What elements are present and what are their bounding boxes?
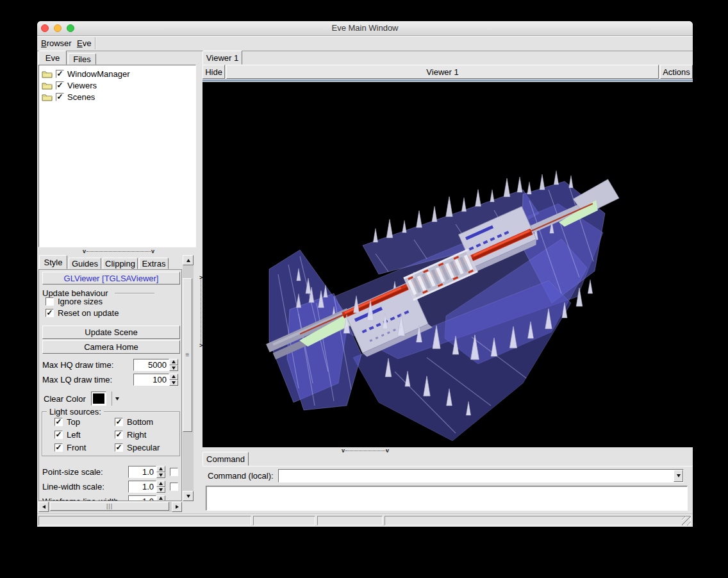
max-hq-label: Max HQ draw time:	[42, 360, 133, 370]
screen: Eve Main Window Browser Eve Eve Files ✓ …	[0, 0, 728, 578]
command-input[interactable]	[279, 470, 674, 482]
line-width-checkbox[interactable]	[170, 483, 178, 491]
combo-dropdown-button[interactable]	[674, 470, 683, 482]
light-left-option[interactable]: ✓ Left	[54, 429, 81, 440]
command-panel: Command (local):	[203, 466, 693, 514]
spinner-down-icon[interactable]	[169, 365, 178, 372]
style-hscrollbar[interactable]: |||	[38, 502, 182, 512]
tab-extras[interactable]: Extras	[139, 258, 169, 269]
scroll-left-icon[interactable]	[38, 502, 49, 512]
clear-color-menu[interactable]	[112, 392, 119, 406]
resize-grip[interactable]	[682, 516, 691, 525]
chevron-down-icon	[677, 474, 681, 477]
viewer-tabbar: Viewer 1	[203, 51, 693, 65]
max-hq-row: Max HQ draw time:	[42, 359, 178, 371]
light-specular-checkbox[interactable]: ✓	[115, 443, 123, 452]
status-segment-4	[385, 516, 691, 525]
tab-style[interactable]: Style	[39, 255, 67, 269]
spinner-up-icon[interactable]	[169, 359, 178, 365]
clear-color-swatch[interactable]	[91, 392, 106, 406]
spinner-down-icon[interactable]	[156, 487, 165, 493]
menu-eve[interactable]: Eve	[74, 38, 94, 49]
tab-viewer1[interactable]: Viewer 1	[203, 51, 242, 65]
tab-command[interactable]: Command	[203, 452, 249, 466]
reset-on-update-checkbox[interactable]: ✓	[46, 309, 54, 317]
spinner-up-icon[interactable]	[156, 481, 165, 487]
light-specular-option[interactable]: ✓ Specular	[115, 442, 160, 453]
point-size-checkbox[interactable]	[170, 468, 178, 476]
light-right-option[interactable]: ✓ Right	[115, 429, 146, 440]
spinner-up-icon[interactable]	[156, 495, 165, 501]
status-segment-2	[253, 516, 315, 525]
light-front-checkbox[interactable]: ✓	[54, 443, 63, 452]
clear-color-label: Clear Color	[44, 394, 86, 404]
camera-home-button[interactable]: Camera Home	[42, 340, 180, 354]
hscroll-thumb[interactable]: |||	[50, 502, 169, 511]
light-bottom-checkbox[interactable]: ✓	[115, 418, 123, 426]
viewer-header: Hide Viewer 1 Actions	[203, 65, 693, 79]
style-vscrollbar[interactable]: ≡	[183, 255, 194, 501]
status-bar	[37, 513, 693, 527]
spinner-up-icon[interactable]	[169, 374, 178, 380]
scroll-right-icon[interactable]	[172, 502, 182, 512]
ignore-sizes-checkbox[interactable]	[46, 297, 54, 306]
light-top-option[interactable]: ✓ Top	[54, 416, 80, 427]
scroll-down-icon[interactable]	[183, 491, 194, 501]
light-top-checkbox[interactable]: ✓	[54, 418, 63, 426]
ignore-sizes-option[interactable]: Ignore sizes	[46, 295, 103, 307]
title-bar[interactable]: Eve Main Window	[37, 21, 693, 36]
max-lq-row: Max LQ draw time:	[42, 374, 178, 386]
spinner-down-icon[interactable]	[156, 472, 165, 479]
command-output[interactable]	[206, 486, 688, 511]
light-left-checkbox[interactable]: ✓	[54, 431, 63, 439]
status-segment-1	[38, 516, 251, 525]
tab-guides[interactable]: Guides	[69, 258, 101, 269]
menu-browser[interactable]: Browser	[38, 38, 74, 49]
light-front-option[interactable]: ✓ Front	[54, 442, 86, 453]
command-tabbar: Command	[203, 452, 693, 466]
line-width-input[interactable]	[128, 481, 156, 493]
style-panel: GLViewer [TGLSAViewer] Update behaviour …	[38, 269, 182, 501]
tab-files[interactable]: Files	[68, 53, 96, 65]
max-hq-input[interactable]	[133, 359, 169, 371]
update-behaviour-rule	[115, 293, 154, 293]
tree-item-scenes[interactable]: ✓ Scenes	[39, 91, 195, 103]
spinner-up-icon[interactable]	[156, 466, 165, 472]
tree-checkbox[interactable]: ✓	[56, 81, 64, 90]
chevron-down-icon	[115, 397, 119, 400]
eve-main-window: Eve Main Window Browser Eve Eve Files ✓ …	[37, 21, 693, 527]
hide-button[interactable]: Hide	[203, 65, 225, 79]
tree-item-windowmanager[interactable]: ✓ WindowManager	[39, 68, 195, 79]
scroll-up-icon[interactable]	[183, 255, 194, 265]
max-lq-input[interactable]	[133, 374, 169, 386]
tree-checkbox[interactable]: ✓	[56, 70, 64, 78]
spinner-down-icon[interactable]	[169, 380, 178, 386]
menu-divider	[95, 37, 95, 49]
tab-eve[interactable]: Eve	[38, 51, 67, 65]
light-bottom-option[interactable]: ✓ Bottom	[115, 416, 153, 427]
menu-bar: Browser Eve	[37, 36, 693, 51]
wireframe-width-stepper	[156, 495, 165, 501]
max-lq-label: Max LQ draw time:	[42, 375, 133, 384]
tree-item-viewers[interactable]: ✓ Viewers	[39, 79, 195, 91]
command-combobox[interactable]	[278, 469, 684, 483]
sidebar-splitter[interactable]: v v	[38, 247, 196, 255]
actions-button[interactable]: Actions	[660, 65, 693, 79]
glviewer-button[interactable]: GLViewer [TGLSAViewer]	[42, 272, 180, 285]
max-lq-stepper	[169, 374, 178, 386]
light-right-checkbox[interactable]: ✓	[115, 431, 123, 439]
point-size-row: Point-size scale:	[42, 466, 178, 478]
tab-clipping[interactable]: Clipping	[103, 258, 138, 269]
viewer-title-bar[interactable]: Viewer 1	[226, 65, 659, 79]
wireframe-width-input[interactable]	[128, 495, 156, 501]
tree-checkbox[interactable]: ✓	[56, 93, 64, 101]
window-title: Eve Main Window	[37, 23, 693, 33]
status-segment-3	[317, 516, 383, 525]
reset-on-update-option[interactable]: ✓ Reset on update	[46, 307, 119, 318]
point-size-input[interactable]	[128, 466, 156, 478]
line-width-row: Line-width scale:	[42, 481, 178, 493]
gl-viewport[interactable]	[203, 82, 693, 447]
vscroll-thumb[interactable]: ≡	[183, 278, 192, 432]
tree-item-label: Viewers	[67, 81, 97, 90]
update-scene-button[interactable]: Update Scene	[42, 326, 180, 339]
